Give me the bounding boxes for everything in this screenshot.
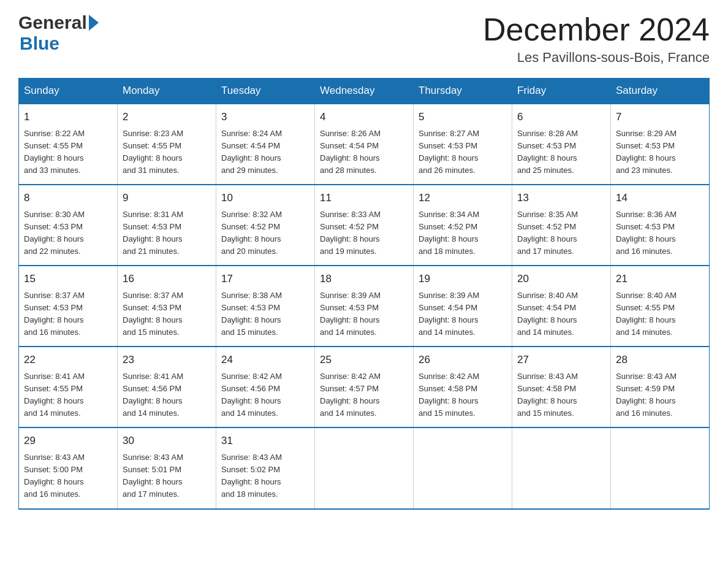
day-number: 29	[24, 433, 112, 449]
calendar-cell: 15Sunrise: 8:37 AMSunset: 4:53 PMDayligh…	[19, 266, 118, 347]
day-info: Sunrise: 8:42 AMSunset: 4:56 PMDaylight:…	[221, 370, 309, 420]
calendar-cell: 28Sunrise: 8:43 AMSunset: 4:59 PMDayligh…	[611, 347, 710, 427]
calendar-cell: 19Sunrise: 8:39 AMSunset: 4:54 PMDayligh…	[414, 266, 512, 347]
day-number: 10	[221, 190, 309, 206]
day-number: 7	[616, 109, 704, 125]
calendar-cell: 2Sunrise: 8:23 AMSunset: 4:55 PMDaylight…	[118, 104, 216, 185]
day-number: 11	[320, 190, 408, 206]
calendar-cell: 30Sunrise: 8:43 AMSunset: 5:01 PMDayligh…	[118, 427, 216, 508]
calendar-cell: 8Sunrise: 8:30 AMSunset: 4:53 PMDaylight…	[19, 185, 118, 266]
calendar-cell: 3Sunrise: 8:24 AMSunset: 4:54 PMDaylight…	[216, 104, 315, 185]
day-info: Sunrise: 8:23 AMSunset: 4:55 PMDaylight:…	[123, 128, 211, 177]
calendar-body: 1Sunrise: 8:22 AMSunset: 4:55 PMDaylight…	[19, 104, 710, 508]
day-number: 25	[320, 352, 408, 368]
day-info: Sunrise: 8:33 AMSunset: 4:52 PMDaylight:…	[320, 209, 408, 258]
day-info: Sunrise: 8:38 AMSunset: 4:53 PMDaylight:…	[221, 289, 309, 339]
day-number: 12	[419, 190, 507, 206]
day-number: 4	[320, 109, 408, 125]
calendar-cell: 13Sunrise: 8:35 AMSunset: 4:52 PMDayligh…	[512, 185, 611, 266]
calendar-cell: 16Sunrise: 8:37 AMSunset: 4:53 PMDayligh…	[118, 266, 216, 347]
day-info: Sunrise: 8:40 AMSunset: 4:55 PMDaylight:…	[616, 289, 704, 339]
calendar-cell: 14Sunrise: 8:36 AMSunset: 4:53 PMDayligh…	[611, 185, 710, 266]
day-number: 19	[419, 271, 507, 287]
calendar-cell	[611, 427, 710, 508]
calendar-cell: 25Sunrise: 8:42 AMSunset: 4:57 PMDayligh…	[315, 347, 414, 427]
day-info: Sunrise: 8:43 AMSunset: 4:59 PMDaylight:…	[616, 370, 704, 420]
day-number: 14	[616, 190, 704, 206]
week-row-2: 8Sunrise: 8:30 AMSunset: 4:53 PMDaylight…	[19, 185, 710, 266]
header-cell-monday: Monday	[118, 79, 216, 104]
calendar-cell: 5Sunrise: 8:27 AMSunset: 4:53 PMDaylight…	[414, 104, 512, 185]
day-info: Sunrise: 8:24 AMSunset: 4:54 PMDaylight:…	[221, 128, 309, 177]
calendar-cell: 26Sunrise: 8:42 AMSunset: 4:58 PMDayligh…	[414, 347, 512, 427]
day-info: Sunrise: 8:35 AMSunset: 4:52 PMDaylight:…	[517, 209, 605, 258]
week-row-1: 1Sunrise: 8:22 AMSunset: 4:55 PMDaylight…	[19, 104, 710, 185]
title-block: December 2024 Les Pavillons-sous-Bois, F…	[483, 12, 710, 66]
header-cell-friday: Friday	[512, 79, 611, 104]
day-info: Sunrise: 8:22 AMSunset: 4:55 PMDaylight:…	[24, 128, 112, 177]
day-number: 6	[517, 109, 605, 125]
header-cell-wednesday: Wednesday	[315, 79, 414, 104]
day-number: 27	[517, 352, 605, 368]
day-info: Sunrise: 8:36 AMSunset: 4:53 PMDaylight:…	[616, 209, 704, 258]
day-info: Sunrise: 8:32 AMSunset: 4:52 PMDaylight:…	[221, 209, 309, 258]
calendar-cell: 10Sunrise: 8:32 AMSunset: 4:52 PMDayligh…	[216, 185, 315, 266]
day-info: Sunrise: 8:30 AMSunset: 4:53 PMDaylight:…	[24, 209, 112, 258]
day-number: 2	[123, 109, 211, 125]
week-row-4: 22Sunrise: 8:41 AMSunset: 4:55 PMDayligh…	[19, 347, 710, 427]
day-info: Sunrise: 8:41 AMSunset: 4:55 PMDaylight:…	[24, 370, 112, 420]
day-number: 16	[123, 271, 211, 287]
day-number: 23	[123, 352, 211, 368]
week-row-5: 29Sunrise: 8:43 AMSunset: 5:00 PMDayligh…	[19, 427, 710, 508]
calendar-cell: 1Sunrise: 8:22 AMSunset: 4:55 PMDaylight…	[19, 104, 118, 185]
header-cell-sunday: Sunday	[19, 79, 118, 104]
calendar-cell: 6Sunrise: 8:28 AMSunset: 4:53 PMDaylight…	[512, 104, 611, 185]
logo-blue-text: Blue	[20, 33, 59, 53]
day-number: 13	[517, 190, 605, 206]
logo-arrow-icon	[89, 15, 99, 31]
calendar-cell: 22Sunrise: 8:41 AMSunset: 4:55 PMDayligh…	[19, 347, 118, 427]
day-info: Sunrise: 8:41 AMSunset: 4:56 PMDaylight:…	[123, 370, 211, 420]
page-header: General Blue December 2024 Les Pavillons…	[18, 12, 710, 66]
calendar-cell: 17Sunrise: 8:38 AMSunset: 4:53 PMDayligh…	[216, 266, 315, 347]
week-row-3: 15Sunrise: 8:37 AMSunset: 4:53 PMDayligh…	[19, 266, 710, 347]
location-title: Les Pavillons-sous-Bois, France	[483, 50, 710, 66]
month-title: December 2024	[483, 12, 710, 47]
day-info: Sunrise: 8:37 AMSunset: 4:53 PMDaylight:…	[123, 289, 211, 339]
calendar-cell: 12Sunrise: 8:34 AMSunset: 4:52 PMDayligh…	[414, 185, 512, 266]
day-number: 30	[123, 433, 211, 449]
day-info: Sunrise: 8:43 AMSunset: 5:01 PMDaylight:…	[123, 451, 211, 501]
logo: General Blue	[18, 12, 99, 54]
day-number: 15	[24, 271, 112, 287]
header-cell-saturday: Saturday	[611, 79, 710, 104]
day-number: 5	[419, 109, 507, 125]
day-number: 18	[320, 271, 408, 287]
calendar-cell: 31Sunrise: 8:43 AMSunset: 5:02 PMDayligh…	[216, 427, 315, 508]
calendar-cell: 23Sunrise: 8:41 AMSunset: 4:56 PMDayligh…	[118, 347, 216, 427]
calendar-cell: 7Sunrise: 8:29 AMSunset: 4:53 PMDaylight…	[611, 104, 710, 185]
calendar-table: SundayMondayTuesdayWednesdayThursdayFrid…	[18, 78, 710, 509]
day-number: 21	[616, 271, 704, 287]
calendar-cell: 18Sunrise: 8:39 AMSunset: 4:53 PMDayligh…	[315, 266, 414, 347]
day-number: 31	[221, 433, 309, 449]
day-number: 28	[616, 352, 704, 368]
calendar-cell: 27Sunrise: 8:43 AMSunset: 4:58 PMDayligh…	[512, 347, 611, 427]
day-info: Sunrise: 8:39 AMSunset: 4:53 PMDaylight:…	[320, 289, 408, 339]
calendar-cell	[315, 427, 414, 508]
header-row: SundayMondayTuesdayWednesdayThursdayFrid…	[19, 79, 710, 104]
day-info: Sunrise: 8:43 AMSunset: 5:00 PMDaylight:…	[24, 451, 112, 501]
day-number: 8	[24, 190, 112, 206]
calendar-cell: 21Sunrise: 8:40 AMSunset: 4:55 PMDayligh…	[611, 266, 710, 347]
calendar-cell: 24Sunrise: 8:42 AMSunset: 4:56 PMDayligh…	[216, 347, 315, 427]
day-info: Sunrise: 8:28 AMSunset: 4:53 PMDaylight:…	[517, 128, 605, 177]
day-info: Sunrise: 8:37 AMSunset: 4:53 PMDaylight:…	[24, 289, 112, 339]
logo-general-text: General	[18, 12, 87, 33]
day-number: 9	[123, 190, 211, 206]
day-number: 26	[419, 352, 507, 368]
day-number: 17	[221, 271, 309, 287]
calendar-cell: 4Sunrise: 8:26 AMSunset: 4:54 PMDaylight…	[315, 104, 414, 185]
day-number: 24	[221, 352, 309, 368]
day-info: Sunrise: 8:27 AMSunset: 4:53 PMDaylight:…	[419, 128, 507, 177]
calendar-cell	[512, 427, 611, 508]
calendar-header: SundayMondayTuesdayWednesdayThursdayFrid…	[19, 79, 710, 104]
